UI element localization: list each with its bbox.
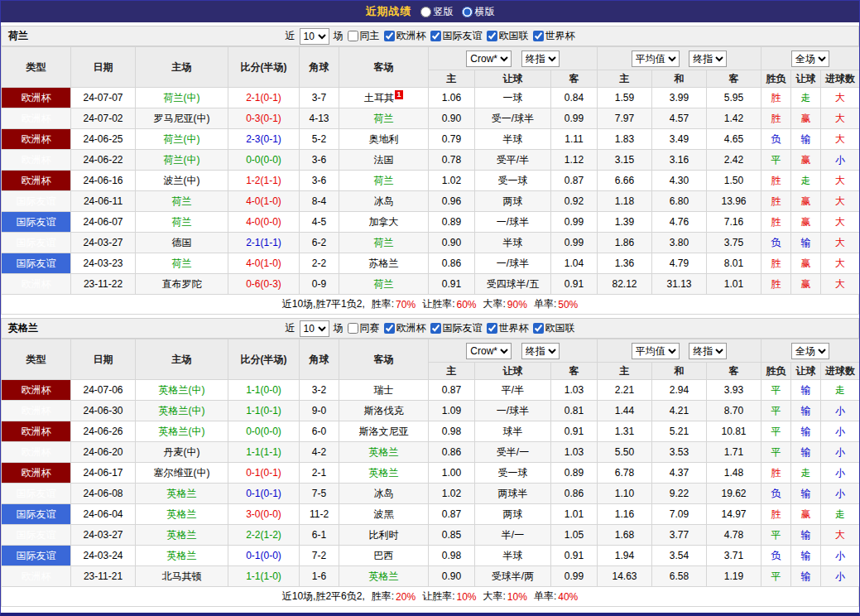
away-team-cell[interactable]: 荷兰: [339, 233, 429, 253]
competition-filter[interactable]: 世界杯: [487, 321, 529, 335]
away-team-cell[interactable]: 比利时: [339, 525, 429, 546]
competition-filter[interactable]: 欧国联: [533, 321, 575, 335]
score-cell: 4-0(0-0): [228, 212, 300, 233]
vertical-layout-radio[interactable]: [420, 7, 431, 17]
same-filter[interactable]: 同赛: [348, 321, 380, 335]
away-team-cell[interactable]: 奥地利: [339, 129, 429, 150]
competition-checkbox[interactable]: [487, 31, 497, 41]
result-goals-cell: 小: [821, 150, 860, 171]
home-team-cell[interactable]: 荷兰: [136, 212, 228, 233]
competition-checkbox[interactable]: [430, 323, 441, 334]
date-cell: 23-11-22: [71, 274, 136, 295]
competition-filter[interactable]: 欧洲杯: [384, 321, 426, 335]
away-team-cell[interactable]: 荷兰: [339, 171, 429, 191]
home-team-cell[interactable]: 英格兰: [136, 546, 228, 566]
away-team-cell[interactable]: 斯洛文尼亚: [339, 421, 429, 442]
away-team-cell[interactable]: 巴西: [339, 546, 429, 566]
competition-filter[interactable]: 国际友谊: [430, 29, 483, 43]
date-cell: 24-07-02: [71, 108, 136, 129]
summary-line: 近10场,胜7平1负2, 胜率:70% 让胜率:60% 大率:90% 单率:50…: [1, 295, 859, 315]
home-team-cell[interactable]: 英格兰: [136, 504, 228, 525]
odds-home-cell: 0.86: [429, 253, 475, 274]
layout-option-horizontal[interactable]: 横版: [462, 5, 495, 19]
competition-filter[interactable]: 欧洲杯: [384, 29, 426, 43]
home-team-cell[interactable]: 荷兰(中): [136, 88, 228, 108]
home-team-cell[interactable]: 丹麦(中): [136, 442, 228, 463]
result-wdl-cell: 平: [762, 380, 791, 401]
competition-cell: 欧洲杯: [2, 421, 71, 442]
away-team-cell[interactable]: 法国: [339, 150, 429, 171]
average-stage-select[interactable]: 终指: [689, 51, 727, 67]
competition-checkbox[interactable]: [430, 31, 441, 41]
competition-filter[interactable]: 欧国联: [487, 29, 529, 43]
away-team-cell[interactable]: 英格兰: [339, 566, 429, 587]
competition-checkbox[interactable]: [533, 323, 544, 334]
away-team-cell[interactable]: 斯洛伐克: [339, 401, 429, 421]
home-team-cell[interactable]: 直布罗陀: [136, 274, 228, 295]
away-team-cell[interactable]: 瑞士: [339, 380, 429, 401]
avg-draw-cell: 3.53: [652, 442, 707, 463]
avg-home-cell: 1.16: [598, 504, 652, 525]
layout-option-vertical[interactable]: 竖版: [420, 5, 454, 19]
away-team-cell[interactable]: 荷兰: [339, 108, 429, 129]
average-select[interactable]: 平均值: [632, 343, 680, 359]
odds-stage-select[interactable]: 终指: [521, 343, 560, 359]
home-team-cell[interactable]: 荷兰: [136, 191, 228, 212]
home-team-cell[interactable]: 波兰(中): [136, 171, 228, 191]
avg-away-cell: 10.81: [707, 421, 762, 442]
home-team-cell[interactable]: 罗马尼亚(中): [136, 108, 228, 129]
competition-checkbox[interactable]: [384, 323, 395, 334]
away-team-cell[interactable]: 冰岛: [339, 191, 429, 212]
col-odds-away: 客: [551, 363, 598, 380]
home-team-cell[interactable]: 英格兰: [136, 525, 228, 546]
competition-filter[interactable]: 世界杯: [533, 29, 575, 43]
away-team-cell[interactable]: 英格兰: [339, 442, 429, 463]
home-team-cell[interactable]: 英格兰(中): [136, 401, 228, 421]
same-filter[interactable]: 同主: [348, 29, 380, 43]
away-team-cell[interactable]: 英格兰: [339, 463, 429, 484]
competition-checkbox[interactable]: [533, 31, 544, 41]
match-row: 欧洲杯24-06-26英格兰(中)0-0(0-0)6-0斯洛文尼亚0.98球半0…: [2, 421, 860, 442]
result-handicap-cell: 输: [791, 421, 821, 442]
avg-home-cell: 2.21: [598, 380, 652, 401]
score-cell: 2-1(1-1): [228, 233, 300, 253]
odds-source-select[interactable]: Crow*: [466, 343, 512, 359]
away-team-cell[interactable]: 波黑: [339, 504, 429, 525]
average-select[interactable]: 平均值: [632, 51, 680, 67]
home-team-cell[interactable]: 荷兰: [136, 253, 228, 274]
away-team-cell[interactable]: 土耳其1: [339, 88, 429, 108]
odds-stage-select[interactable]: 终指: [521, 51, 560, 67]
same-filter-checkbox[interactable]: [348, 323, 358, 334]
away-team-cell[interactable]: 冰岛: [339, 484, 429, 504]
scope-select[interactable]: 全场: [791, 51, 829, 67]
recent-count-select[interactable]: 10: [300, 28, 329, 45]
home-team-cell[interactable]: 英格兰: [136, 484, 228, 504]
home-team-cell[interactable]: 塞尔维亚(中): [136, 463, 228, 484]
home-team-cell[interactable]: 英格兰(中): [136, 380, 228, 401]
average-stage-select[interactable]: 终指: [689, 343, 727, 359]
col-avg-home: 主: [598, 363, 652, 380]
competition-checkbox[interactable]: [384, 31, 395, 41]
home-team-cell[interactable]: 荷兰(中): [136, 150, 228, 171]
competition-checkbox[interactable]: [487, 323, 497, 334]
away-team-cell[interactable]: 加拿大: [339, 212, 429, 233]
recent-count-select[interactable]: 10: [300, 320, 329, 337]
home-team-cell[interactable]: 荷兰(中): [136, 129, 228, 150]
home-team-cell[interactable]: 北马其顿: [136, 566, 228, 587]
avg-away-cell: 3.75: [707, 233, 762, 253]
avg-away-cell: 19.62: [707, 484, 762, 504]
scope-select[interactable]: 全场: [791, 343, 829, 359]
home-team-cell[interactable]: 英格兰(中): [136, 421, 228, 442]
horizontal-layout-radio[interactable]: [462, 7, 473, 17]
avg-away-cell: 1.42: [707, 108, 762, 129]
away-team-cell[interactable]: 苏格兰: [339, 253, 429, 274]
competition-filter[interactable]: 国际友谊: [430, 321, 483, 335]
away-team-cell[interactable]: 荷兰: [339, 274, 429, 295]
odds-away-cell: 0.99: [551, 108, 598, 129]
odds-source-select[interactable]: Crow*: [466, 51, 512, 67]
result-handicap-cell: 输: [791, 546, 821, 566]
home-team-cell[interactable]: 德国: [136, 233, 228, 253]
odds-away-cell: 0.81: [551, 401, 598, 421]
same-filter-checkbox[interactable]: [348, 31, 358, 41]
summary-stat-value: 40%: [558, 591, 578, 603]
